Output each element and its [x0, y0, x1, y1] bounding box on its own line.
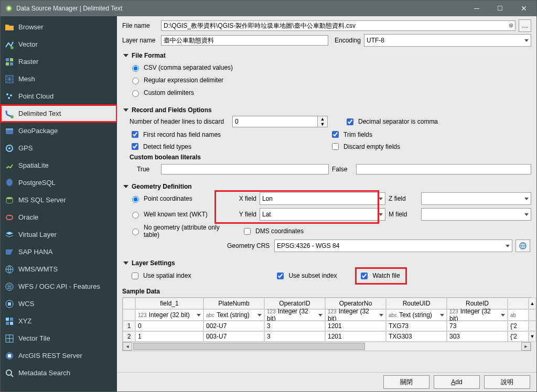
chk-subset-index[interactable]	[277, 273, 284, 279]
section-geometry[interactable]: Geometry Definition	[122, 180, 531, 192]
scroll-left-icon[interactable]: ◄	[123, 342, 132, 351]
sidebar-item-postgresql[interactable]: PostgreSQL	[1, 174, 117, 191]
cell[interactable]: 303	[447, 331, 508, 342]
sidebar-item-wms[interactable]: WMS/WMTS	[1, 260, 117, 278]
sidebar-item-delimited-text[interactable]: Delimited Text	[1, 105, 117, 122]
section-records[interactable]: Record and Fields Options	[122, 103, 531, 116]
false-input[interactable]	[356, 164, 531, 175]
cell[interactable]: 0	[135, 321, 203, 331]
type-select[interactable]: 123Integer (32 bit)	[264, 309, 325, 321]
cell[interactable]: TXG73	[386, 321, 447, 331]
cell[interactable]: 002-U7	[203, 321, 264, 331]
vscroll-track[interactable]	[529, 321, 536, 331]
sidebar-item-arcgis[interactable]: ArcGIS REST Server	[1, 347, 117, 364]
chk-trim[interactable]	[332, 131, 339, 138]
type-select[interactable]: 123Integer (32 bit)	[135, 309, 203, 321]
header-lines-spinner[interactable]: ▲▼	[232, 116, 328, 127]
chk-detect[interactable]	[132, 143, 138, 150]
chk-discard-empty[interactable]	[332, 143, 339, 150]
crs-select[interactable]: EPSG:4326 - WGS 84	[274, 239, 512, 252]
header-lines-input[interactable]	[232, 116, 317, 127]
cell[interactable]: 1201	[325, 331, 386, 342]
cell[interactable]: 3	[264, 321, 325, 331]
cell[interactable]: 1201	[325, 321, 386, 331]
section-file-format[interactable]: File Format	[122, 49, 531, 61]
add-button[interactable]: Add	[434, 375, 480, 389]
radio-no-geom[interactable]	[132, 228, 139, 235]
mfield-select[interactable]	[421, 208, 531, 221]
close-dialog-button[interactable]: 關閉	[383, 375, 429, 389]
col-header[interactable]: RouteUID	[386, 298, 447, 309]
type-select[interactable]: abcText (string)	[386, 309, 447, 321]
section-layer-settings[interactable]: Layer Settings	[122, 256, 531, 269]
vscroll-down-icon[interactable]: ▼	[529, 331, 536, 342]
cell[interactable]: TXG303	[386, 331, 447, 342]
sidebar-item-label: MS SQL Server	[18, 196, 66, 204]
clear-filename-icon[interactable]: ⊗	[509, 22, 513, 29]
type-select[interactable]: abcText (string)	[203, 309, 264, 321]
type-select[interactable]: 123Integer (32 bit)	[447, 309, 508, 321]
sidebar-item-pointcloud[interactable]: Point Cloud	[1, 88, 117, 105]
sidebar-item-browser[interactable]: Browser	[1, 18, 117, 36]
mesh-icon	[5, 74, 14, 84]
radio-custom[interactable]	[132, 90, 139, 97]
minimize-button[interactable]	[465, 1, 488, 16]
cell[interactable]: {'2	[508, 321, 529, 331]
cell[interactable]: 1	[135, 331, 203, 342]
sidebar-item-vectortile[interactable]: Vector Tile	[1, 330, 117, 347]
chk-decimal-comma[interactable]	[347, 118, 353, 125]
type-select[interactable]: 123Integer (32 bit)	[325, 309, 386, 321]
sidebar-item-virtual-layer[interactable]: Virtual Layer	[1, 226, 117, 243]
scroll-thumb[interactable]	[133, 343, 365, 350]
help-button[interactable]: 說明	[484, 375, 530, 389]
sidebar-item-gps[interactable]: GPS	[1, 139, 117, 157]
yfield-select[interactable]: Lat	[260, 208, 385, 221]
radio-point-coords[interactable]	[132, 196, 139, 203]
cell[interactable]: {'2	[508, 331, 529, 342]
col-header[interactable]: PlateNumb	[203, 298, 264, 309]
sidebar-item-oracle[interactable]: Oracle	[1, 209, 117, 226]
close-button[interactable]: ✕	[512, 1, 535, 16]
spin-down-icon[interactable]: ▼	[318, 122, 327, 127]
cell[interactable]: 003-U7	[203, 331, 264, 342]
browse-file-button[interactable]: …	[519, 19, 531, 32]
crs-picker-button[interactable]	[515, 239, 530, 252]
sidebar-item-spatialite[interactable]: SpatiaLite	[1, 157, 117, 174]
radio-csv[interactable]	[132, 65, 139, 72]
true-input[interactable]	[161, 164, 329, 175]
scroll-right-icon[interactable]: ►	[521, 342, 531, 351]
sidebar-item-xyz[interactable]: XYZ	[1, 312, 117, 330]
encoding-select[interactable]: UTF-8	[364, 34, 531, 47]
sidebar-item-mssql[interactable]: MS SQL Server	[1, 191, 117, 209]
chevron-down-icon	[440, 314, 444, 317]
type-select-overflow[interactable]: ab	[508, 309, 529, 321]
sidebar-item-metadata[interactable]: Metadata Search	[1, 364, 117, 382]
chk-watch-file[interactable]	[361, 273, 368, 279]
sidebar-item-mesh[interactable]: Mesh	[1, 70, 117, 88]
vscroll-up-icon[interactable]: ▲	[529, 298, 536, 309]
cell[interactable]: 3	[264, 331, 325, 342]
maximize-button[interactable]: ☐	[488, 1, 512, 16]
chk-dms[interactable]	[244, 228, 251, 235]
col-header[interactable]: field_1	[135, 298, 203, 309]
xfield-select[interactable]: Lon	[260, 192, 385, 205]
chk-spatial-index[interactable]	[132, 273, 138, 279]
chk-first-record[interactable]	[132, 131, 138, 138]
vscroll-track[interactable]	[529, 309, 536, 321]
file-name-input[interactable]	[161, 20, 515, 31]
type-row-header	[123, 309, 135, 321]
cell[interactable]: 73	[447, 321, 508, 331]
sidebar-item-raster[interactable]: Raster	[1, 53, 117, 70]
spin-up-icon[interactable]: ▲	[318, 116, 327, 122]
radio-wkt[interactable]	[132, 212, 139, 219]
sidebar-item-geopackage[interactable]: GeoPackage	[1, 122, 117, 139]
layer-name-input[interactable]	[161, 35, 328, 46]
sidebar-item-wcs[interactable]: WCS	[1, 295, 117, 312]
sidebar-item-vector[interactable]: Vector	[1, 36, 117, 53]
svg-rect-24	[6, 322, 9, 325]
zfield-select[interactable]	[421, 192, 531, 205]
sidebar-item-wfs[interactable]: WFS / OGC API - Features	[1, 278, 117, 295]
radio-regex[interactable]	[132, 78, 139, 84]
sidebar-item-saphana[interactable]: SAP HANA	[1, 243, 117, 260]
hscrollbar[interactable]: ◄ ►	[123, 342, 531, 351]
